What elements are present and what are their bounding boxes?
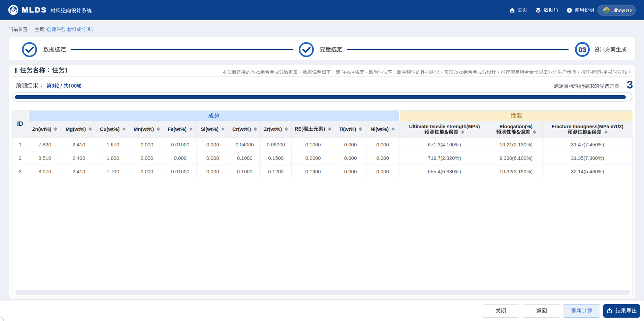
svg-text:?: ? — [568, 8, 571, 12]
svg-text:03: 03 — [579, 46, 586, 54]
